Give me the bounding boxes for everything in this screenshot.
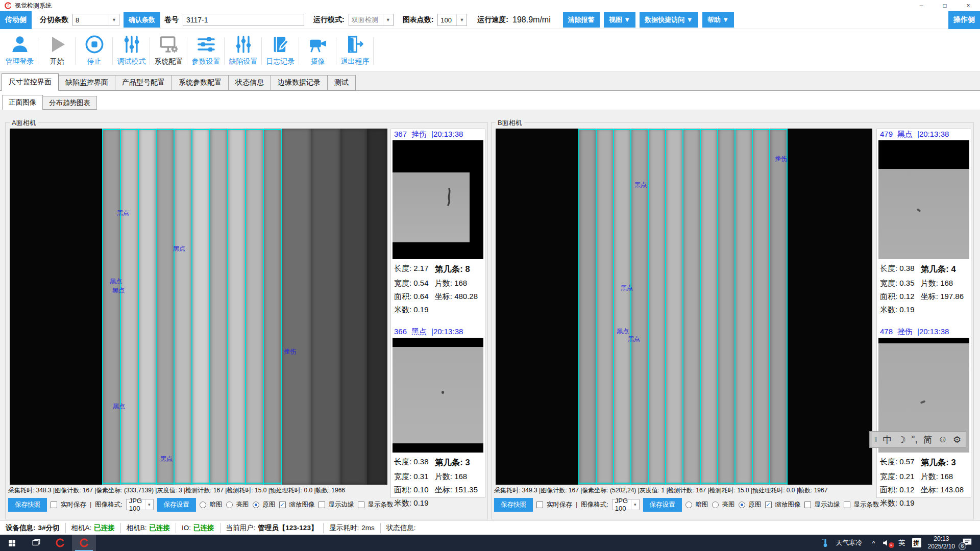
- close-button[interactable]: ×: [957, 0, 980, 11]
- defect-overlay-label: 挫伤: [775, 155, 787, 163]
- show-strips-label: 显示条数: [368, 500, 394, 509]
- tab-edge-data-record[interactable]: 边缘数据记录: [271, 75, 328, 90]
- defect-card[interactable]: 479 黑点 |20:13:38 长度: 0.38 第几条: 4 宽度: 0.3…: [878, 130, 970, 315]
- defect-overlay-label: 黑点: [117, 209, 129, 217]
- operator-side-button[interactable]: 操作侧: [948, 11, 980, 29]
- clear-alarm-button[interactable]: 清除报警: [563, 12, 600, 28]
- stop-button[interactable]: 停止: [76, 29, 113, 71]
- start-button[interactable]: 开始: [38, 29, 76, 71]
- show-strips-checkbox[interactable]: [844, 502, 850, 508]
- current-user: 当前用户:管理员【123-123】: [220, 523, 324, 533]
- tab-size-monitor[interactable]: 尺寸监控界面: [2, 73, 59, 91]
- ime-mode-box[interactable]: 拼: [912, 538, 921, 547]
- save-settings-button[interactable]: 保存设置: [157, 498, 196, 512]
- original-image-radio[interactable]: [253, 502, 259, 508]
- image-format-select[interactable]: JPG 100 ▾: [612, 499, 640, 510]
- weather-text[interactable]: 天气寒冷: [836, 538, 863, 547]
- save-settings-button[interactable]: 保存设置: [643, 498, 682, 512]
- data-quick-access-button[interactable]: 数据快捷访问 ▼: [640, 12, 698, 28]
- defect-details: 长度: 0.57 第几条: 3 宽度: 0.21 片数: 168 面积: 0.1…: [878, 453, 970, 508]
- confirm-count-button[interactable]: 确认条数: [124, 12, 160, 28]
- ime-simplified-mode[interactable]: 简: [923, 434, 933, 446]
- subtab-trend-chart[interactable]: 分布趋势图表: [42, 96, 97, 110]
- play-icon: [47, 34, 67, 55]
- volume-muted-icon[interactable]: ×: [882, 538, 892, 547]
- system-config-button[interactable]: 系统配置: [150, 29, 187, 71]
- tab-system-param-config[interactable]: 系统参数配置: [172, 75, 229, 90]
- tab-product-model-config[interactable]: 产品型号配置: [115, 75, 172, 90]
- clock[interactable]: 20:13 2025/2/10: [928, 535, 955, 550]
- drive-side-button[interactable]: 传动侧: [0, 11, 32, 29]
- param-settings-button[interactable]: 参数设置: [187, 29, 225, 71]
- exit-program-button[interactable]: 退出程序: [336, 29, 374, 71]
- admin-login-button[interactable]: 管理登录: [1, 29, 38, 71]
- tab-test[interactable]: 测试: [327, 75, 356, 90]
- notification-center-button[interactable]: 6: [962, 537, 975, 548]
- drag-handle-icon[interactable]: ‖: [874, 436, 877, 443]
- defect-details: 长度: 2.17 第几条: 8 宽度: 0.54 片数: 168 面积: 0.6…: [392, 259, 484, 315]
- roll-number-input[interactable]: 3117-1: [183, 14, 304, 26]
- capture-button[interactable]: 摄像: [299, 29, 336, 71]
- show-edges-checkbox[interactable]: [804, 502, 811, 508]
- minimize-button[interactable]: –: [910, 0, 933, 11]
- maximize-button[interactable]: □: [933, 0, 957, 11]
- task-view-icon: [32, 538, 41, 547]
- camera-a-status: 相机A:已连接: [66, 523, 121, 533]
- thermometer-icon[interactable]: [821, 538, 829, 548]
- subtab-front-image[interactable]: 正面图像: [2, 95, 43, 110]
- zoom-image-checkbox[interactable]: [765, 502, 772, 508]
- hidden-icons-caret[interactable]: ^: [872, 539, 875, 547]
- run-mode-select[interactable]: 双面检测 ▼: [349, 14, 394, 26]
- zoom-image-checkbox[interactable]: [279, 502, 286, 508]
- defect-card[interactable]: 478 挫伤 |20:13:38 长度: 0.57 第几条: 3 宽度: 0.2…: [878, 327, 970, 508]
- defect-card[interactable]: 366 黑点 |20:13:38 长度: 0.38 第几条: 3 宽度: 0.3…: [392, 327, 484, 508]
- bright-image-radio[interactable]: [712, 502, 719, 508]
- original-image-radio[interactable]: [739, 502, 745, 508]
- defect-settings-button[interactable]: 缺陷设置: [225, 29, 262, 71]
- title-bar: 视觉检测系统 – □ ×: [0, 0, 980, 11]
- dark-image-radio[interactable]: [685, 502, 692, 508]
- tab-status-info[interactable]: 状态信息: [228, 75, 271, 90]
- view-menu-button[interactable]: 视图 ▼: [604, 12, 635, 28]
- image-format-label: 图像格式:: [95, 500, 122, 509]
- realtime-save-label: 实时保存: [547, 500, 572, 509]
- realtime-save-checkbox[interactable]: [536, 502, 543, 508]
- realtime-save-checkbox[interactable]: [51, 502, 57, 508]
- main-toolbar: 传动侧 分切条数 8 ▼ 确认条数 卷号 3117-1 运行模式: 双面检测 ▼…: [0, 11, 980, 29]
- taskbar-app-icon-active[interactable]: [72, 535, 96, 551]
- ime-halfwidth-icon[interactable]: ☽: [897, 434, 905, 445]
- show-strips-checkbox[interactable]: [358, 502, 364, 508]
- slice-count-value: 8: [76, 16, 79, 24]
- help-menu-button[interactable]: 帮助 ▼: [702, 12, 734, 28]
- start-menu-button[interactable]: [0, 535, 24, 551]
- chart-points-value: 100: [440, 16, 452, 24]
- save-snapshot-button[interactable]: 保存快照: [494, 498, 533, 512]
- task-view-button[interactable]: [24, 535, 48, 551]
- ime-settings-icon[interactable]: ⚙: [953, 434, 961, 445]
- monitor-gear-icon: [159, 34, 179, 55]
- log-record-button[interactable]: 日志记录: [262, 29, 299, 71]
- bright-image-radio[interactable]: [226, 502, 233, 508]
- taskbar-app-icon[interactable]: [48, 535, 72, 551]
- tab-defect-monitor[interactable]: 缺陷监控界面: [58, 75, 115, 90]
- slice-count-select[interactable]: 8 ▼: [72, 14, 119, 26]
- stop-icon: [84, 34, 105, 55]
- ime-punctuation-icon[interactable]: °,: [912, 434, 918, 445]
- chart-points-select[interactable]: 100 ▼: [437, 14, 467, 26]
- show-edges-label: 显示边缘: [329, 500, 354, 509]
- icon-label: 退出程序: [341, 57, 370, 66]
- debug-mode-button[interactable]: 调试模式: [113, 29, 150, 71]
- ime-emoji-icon[interactable]: ☺: [938, 434, 947, 445]
- camera-b-image: 挫伤黑点黑点黑点黑点: [496, 129, 872, 485]
- device-info: 设备信息:3#分切: [0, 523, 66, 533]
- zoom-image-label: 缩放图像: [289, 500, 315, 509]
- image-format-select[interactable]: JPG 100 ▾: [126, 499, 154, 510]
- language-indicator[interactable]: 英: [899, 538, 905, 547]
- dark-image-radio[interactable]: [200, 502, 206, 508]
- run-mode-label: 运行模式:: [313, 15, 345, 24]
- defect-card[interactable]: 367 挫伤 |20:13:38 长度: 2.17 第几条: 8 宽度: 0.5…: [392, 130, 484, 315]
- run-speed-value: 198.9m/mi: [512, 15, 551, 24]
- save-snapshot-button[interactable]: 保存快照: [8, 498, 47, 512]
- ime-chinese-mode[interactable]: 中: [883, 434, 892, 446]
- show-edges-checkbox[interactable]: [318, 502, 325, 508]
